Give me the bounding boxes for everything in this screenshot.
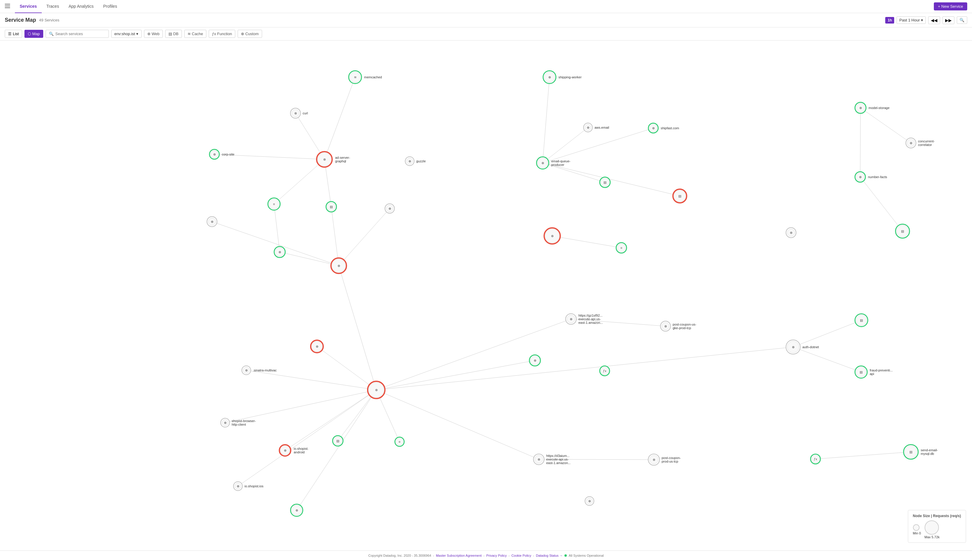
node-node-red-right[interactable]: ▤ (673, 188, 687, 203)
node-node-e[interactable]: ⊕ (274, 246, 286, 258)
search-services-input[interactable]: 🔍 (46, 30, 109, 38)
node-label-aws-email: aws.email (594, 126, 609, 129)
node-number-facts[interactable]: ⊕number-facts (855, 171, 866, 183)
node-aws-email[interactable]: ⊕aws.email (583, 123, 593, 132)
node-shipfast-com[interactable]: ⊕shipfast.com (648, 123, 659, 133)
hamburger-icon[interactable] (5, 4, 10, 9)
node-node-bottom-green[interactable]: ⊕ (290, 504, 303, 517)
node-node-a[interactable]: ≡ (268, 197, 281, 211)
filter-bar: ☰ List ⬡ Map 🔍 env:shop.ist ▾ ⊕ Web ▤ DB… (0, 27, 972, 40)
node-icon-node-a: ≡ (273, 202, 275, 206)
node-icon-corp-site: ⊕ (213, 153, 216, 157)
tab-app-analytics[interactable]: App Analytics (64, 0, 99, 13)
node-node-d[interactable]: ⊕ (385, 203, 395, 213)
node-icon-node-fx2: ƒx (814, 457, 817, 461)
node-node-b[interactable]: ▤ (326, 201, 337, 212)
global-search-button[interactable]: 🔍 (957, 17, 967, 24)
map-view-button[interactable]: ⬡ Map (25, 30, 43, 38)
node-icon-post-coupon-prod-us-tcp: ⊕ (652, 458, 655, 462)
nav-tabs: Services Traces App Analytics Profiles (15, 0, 934, 13)
node-sinatra-multivac[interactable]: ⊕.sinatra-multivac (241, 365, 251, 375)
node-icon-https-d3aium: ⊕ (537, 458, 540, 462)
time-forward-button[interactable]: ▶▶ (942, 17, 954, 24)
node-node-green-right2[interactable]: ≡ (616, 242, 627, 253)
chevron-down-icon: ▾ (136, 32, 138, 36)
node-io-shopist-android[interactable]: ⊕io.shopist. android (279, 444, 291, 457)
node-node-fx2[interactable]: ƒx (810, 454, 821, 464)
filter-db[interactable]: ▤ DB (165, 30, 182, 38)
node-node-red-mid[interactable]: ⊕ (310, 340, 324, 353)
node-label-send-email-mysql-db: send-email- mysql-db (921, 448, 938, 455)
svg-line-6 (274, 159, 325, 204)
filter-cache[interactable]: ≋ Cache (184, 30, 206, 38)
time-back-button[interactable]: ◀◀ (928, 17, 940, 24)
node-node-db1[interactable]: ▤ (599, 177, 611, 188)
node-ad-server-graphql[interactable]: ⊕ad-server- graphql (316, 151, 333, 168)
node-concurrent-correlator[interactable]: ⊕concurrent- correlator (905, 138, 916, 148)
node-node-green-sm2[interactable]: ≡ (395, 437, 405, 447)
time-range-select[interactable]: Past 1 Hour ▾ (897, 17, 926, 24)
svg-line-8 (274, 204, 280, 252)
node-label-post-coupon-us-gke-prod-tcp: post-coupon-us- gke-prod-tcp (673, 323, 696, 330)
svg-line-22 (543, 77, 549, 163)
node-https-gz1[interactable]: ⊕https://gz1sf92... execute-api.us- east… (565, 313, 577, 325)
svg-line-14 (317, 347, 376, 390)
node-node-green-bigright[interactable]: ▤ (895, 224, 910, 238)
node-node-green-center2[interactable]: ⊕ (529, 355, 541, 367)
node-node-bottom-dot[interactable]: ⊕ (585, 496, 594, 506)
node-memcached[interactable]: ≋memcached (348, 70, 362, 84)
node-label-sinatra-multivac: .sinatra-multivac (253, 368, 277, 372)
tab-traces[interactable]: Traces (42, 0, 64, 13)
node-label-io-shopist-android: io.shopist. android (294, 447, 309, 454)
node-label-https-gz1: https://gz1sf92... execute-api.us- east-… (579, 314, 603, 324)
node-label-post-coupon-prod-us-tcp: post-coupon- prod-us-tcp (662, 456, 681, 463)
legend: Node Size | Requests (req/s) Min 0 Max 5… (908, 510, 966, 543)
node-email-queue-producer[interactable]: ⊕email-queue- producer (536, 157, 549, 170)
list-view-button[interactable]: ☰ List (5, 30, 22, 38)
node-icon-node-gray-right: ⊕ (790, 231, 793, 235)
env-select[interactable]: env:shop.ist ▾ (111, 30, 142, 38)
node-node-green-sq1[interactable]: ▤ (855, 313, 868, 327)
filter-custom[interactable]: ⊕ Custom (238, 30, 262, 38)
node-send-email-mysql-db[interactable]: ▤send-email- mysql-db (903, 444, 918, 460)
node-icon-node-b: ▤ (330, 205, 333, 209)
node-post-coupon-us-gke-prod-tcp[interactable]: ⊕post-coupon-us- gke-prod-tcp (660, 321, 671, 332)
svg-line-18 (238, 390, 376, 486)
node-label-ad-server-graphql: ad-server- graphql (335, 156, 350, 163)
node-node-red-big[interactable]: ⊕ (544, 227, 561, 245)
node-shopist-browser-http-client[interactable]: ⊕shopist-browser- http-client (220, 418, 230, 427)
node-curl[interactable]: ⊕curl (290, 108, 301, 118)
node-node-f[interactable]: ⊕ (330, 257, 347, 274)
node-fraud-preventi-api[interactable]: ▤fraud-preventi... api (855, 365, 868, 378)
node-corp-site[interactable]: ⊕corp-site (209, 149, 220, 160)
node-model-storage[interactable]: ⊕model-storage (855, 102, 867, 114)
node-label-fraud-preventi-api: fraud-preventi... api (870, 368, 893, 376)
node-node-center[interactable]: ⊕ (367, 381, 385, 399)
node-label-corp-site: corp-site (222, 153, 234, 156)
time-preset[interactable]: 1h (885, 17, 894, 23)
svg-line-23 (543, 127, 588, 163)
svg-line-3 (214, 154, 325, 159)
node-shipping-worker[interactable]: ⊕shipping-worker (543, 70, 556, 84)
node-auth-dotnet[interactable]: ⊕auth-dotnet (786, 340, 801, 355)
node-io-shopist-ios[interactable]: ⊕io.shopist.ios (233, 482, 243, 491)
filter-function[interactable]: ƒx Function (209, 30, 235, 38)
node-node-gray-right[interactable]: ⊕ (786, 227, 796, 238)
tab-services[interactable]: Services (15, 0, 42, 13)
new-service-button[interactable]: + New Service (934, 2, 967, 10)
tab-profiles[interactable]: Profiles (99, 0, 122, 13)
svg-line-17 (285, 390, 376, 450)
node-guzzle[interactable]: ⊕guzzle (405, 157, 415, 166)
svg-line-13 (339, 266, 376, 390)
node-node-green-sm1[interactable]: ▤ (332, 435, 343, 447)
filter-web[interactable]: ⊕ Web (144, 30, 163, 38)
node-node-c[interactable]: ⊕ (207, 216, 217, 227)
node-https-d3aium[interactable]: ⊕https://d3aium... execute-api.us- east-… (533, 454, 544, 465)
svg-line-27 (552, 236, 621, 248)
node-icon-node-fx1: ƒx (603, 369, 606, 373)
node-node-fx1[interactable]: ƒx (599, 365, 610, 376)
svg-line-35 (793, 347, 861, 372)
search-field[interactable] (55, 32, 105, 36)
node-post-coupon-prod-us-tcp[interactable]: ⊕post-coupon- prod-us-tcp (648, 454, 660, 465)
svg-rect-2 (5, 7, 10, 8)
